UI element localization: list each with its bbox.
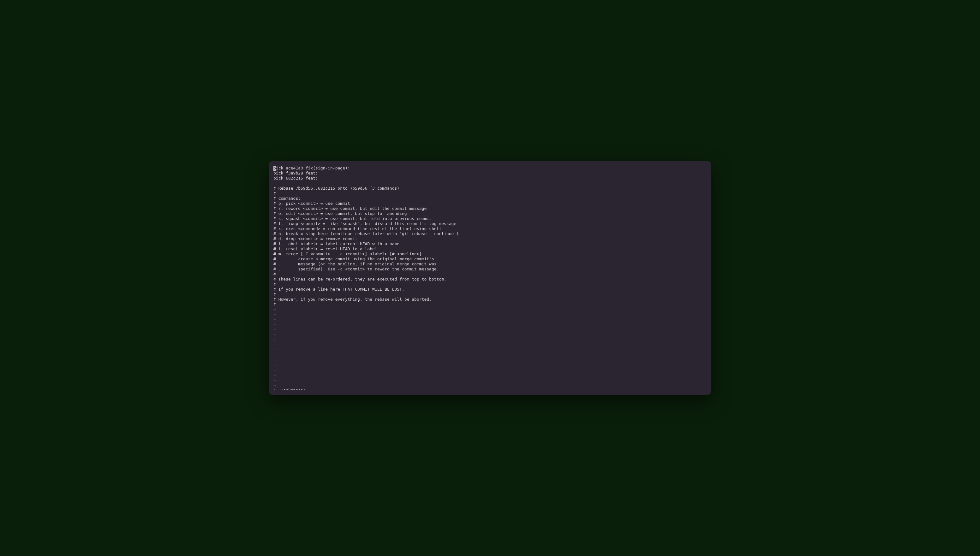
empty-line-tilde: ~ (274, 348, 706, 352)
comment-line: # r, reword <commit> = use commit, but e… (274, 206, 706, 211)
comment-line: # These lines can be re-ordered; they ar… (274, 277, 706, 282)
comment-line: # d, drop <commit> = remove commit (274, 236, 706, 241)
comment-line: # s, squash <commit> = use commit, but m… (274, 216, 706, 221)
empty-line-tilde: ~ (274, 322, 706, 327)
comment-line: # x, exec <command> = run command (the r… (274, 226, 706, 231)
comment-line: # f, fixup <commit> = like "squash", but… (274, 221, 706, 226)
comment-line: # However, if you remove everything, the… (274, 297, 706, 302)
comment-line: # Commands: (274, 196, 706, 201)
cursor: p (274, 166, 276, 171)
empty-line-tilde: ~ (274, 373, 706, 378)
editor-buffer[interactable]: pick ace41a3 fix(sign-in-page):pick f3a9… (274, 166, 706, 390)
comment-line: # If you remove a line here THAT COMMIT … (274, 287, 706, 292)
empty-line-tilde: ~ (274, 317, 706, 322)
empty-line-tilde: ~ (274, 337, 706, 343)
empty-line-tilde: ~ (274, 378, 706, 383)
comment-line: # Rebase 7b59d56..682c215 onto 7b59d56 (… (274, 186, 706, 191)
comment-line: # e, edit <commit> = use commit, but sto… (274, 211, 706, 216)
empty-line-tilde: ~ (274, 327, 706, 332)
empty-line-tilde: ~ (274, 368, 706, 373)
empty-line-tilde: ~ (274, 343, 706, 348)
comment-line: # (274, 272, 706, 277)
pick-line-1-text: ick ace41a3 fix(sign-in-page): (276, 166, 350, 170)
comment-line: # t, reset <label> = reset HEAD to a lab… (274, 246, 706, 252)
comment-line: # . create a merge commit using the orig… (274, 257, 706, 262)
terminal-window: pick ace41a3 fix(sign-in-page):pick f3a9… (269, 161, 711, 395)
empty-line-tilde: ~ (274, 357, 706, 362)
empty-line-tilde: ~ (274, 362, 706, 368)
comment-line: # m, merge [-C <commit> | -c <commit>] <… (274, 252, 706, 257)
empty-line-tilde: ~ (274, 312, 706, 317)
comment-line: # (274, 302, 706, 307)
pick-line-2[interactable]: pick f3a9b28 feat: (274, 171, 706, 176)
blank-line (274, 181, 706, 186)
comment-line: # p, pick <commit> = use commit (274, 201, 706, 206)
comment-line: # . specified). Use -c <commit> to rewor… (274, 267, 706, 272)
empty-line-tilde: ~ (274, 307, 706, 312)
comment-line: # (274, 191, 706, 196)
empty-line-tilde: ~ (274, 332, 706, 337)
comment-line: # l, label <label> = label current HEAD … (274, 241, 706, 246)
comment-line: # b, break = stop here (continue rebase … (274, 231, 706, 236)
comment-line: # (274, 292, 706, 297)
comment-line: # (274, 282, 706, 287)
pick-line-1[interactable]: pick ace41a3 fix(sign-in-page): (274, 166, 706, 171)
empty-line-tilde: ~ (274, 383, 706, 388)
pick-line-3[interactable]: pick 682c215 feat: (274, 176, 706, 181)
status-line: "~/Workspace/ (274, 388, 706, 390)
comment-line: # . message (or the oneline, if no origi… (274, 262, 706, 267)
empty-line-tilde: ~ (274, 352, 706, 357)
